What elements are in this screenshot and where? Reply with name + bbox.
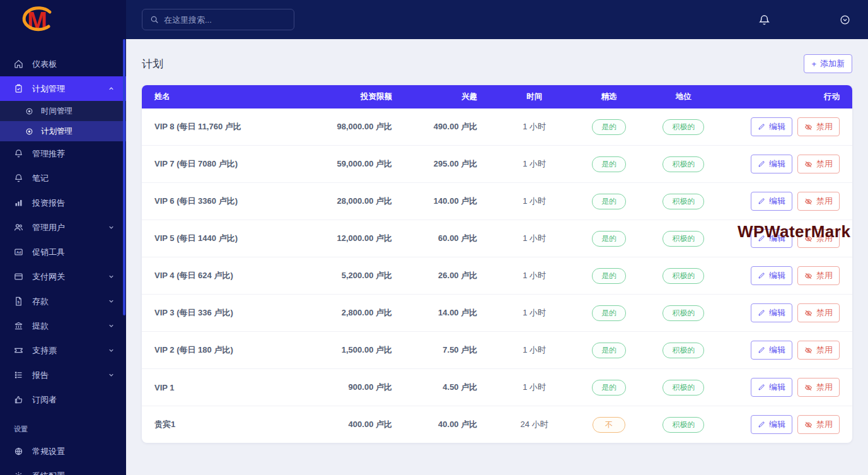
globe-gear-icon xyxy=(14,447,23,456)
sidebar-item-support-tickets[interactable]: 支持票 xyxy=(0,338,126,363)
featured-badge: 是的 xyxy=(592,305,626,321)
svg-text:Ad: Ad xyxy=(16,250,21,254)
watermark-text: WPWaterMark xyxy=(738,222,850,242)
table-header-row: 姓名 投资限额 兴趣 时间 精选 地位 行动 xyxy=(142,85,852,108)
sidebar-item-plan-management[interactable]: 计划管理 xyxy=(0,76,126,101)
app-logo[interactable]: M xyxy=(0,0,126,40)
eye-off-icon xyxy=(804,309,813,317)
bar-chart-icon xyxy=(14,198,23,208)
search-input[interactable] xyxy=(164,15,286,25)
investment-limit-value: 28,000.00 卢比 xyxy=(298,183,405,220)
bank-icon xyxy=(14,321,23,331)
sidebar-item-label: 管理推荐 xyxy=(32,148,65,160)
chevron-down-icon xyxy=(108,298,115,305)
table-body: VIP 8 (每日 11,760 卢比 98,000.00 卢比 490.00 … xyxy=(142,108,852,443)
time-value: 1 小时 xyxy=(490,257,579,295)
featured-badge: 是的 xyxy=(592,231,626,247)
investment-limit-value: 2,800.00 卢比 xyxy=(298,295,405,332)
chevron-down-icon xyxy=(108,224,115,231)
sidebar-item-label: 促销工具 xyxy=(32,247,65,258)
column-header-featured: 精选 xyxy=(579,85,639,108)
status-badge: 积极的 xyxy=(663,380,704,396)
chevron-down-icon xyxy=(108,322,115,329)
sidebar-item-payment-gateways[interactable]: 支付网关 xyxy=(0,264,126,289)
chevron-down-icon xyxy=(108,347,115,354)
user-menu-button[interactable] xyxy=(840,15,850,25)
table-row: VIP 7 (每日 7080 卢比) 59,000.00 卢比 295.00 卢… xyxy=(142,146,852,183)
disable-button[interactable]: 禁用 xyxy=(797,266,840,285)
investment-limit-value: 900.00 卢比 xyxy=(298,369,405,406)
file-dollar-icon: $ xyxy=(14,296,23,306)
pencil-icon xyxy=(758,421,765,428)
ad-icon: Ad xyxy=(14,247,23,257)
column-header-investment-limit: 投资限额 xyxy=(298,85,405,108)
edit-button[interactable]: 编辑 xyxy=(751,266,792,285)
sidebar-subitem-time-management[interactable]: 时间管理 xyxy=(0,101,126,121)
column-header-interest: 兴趣 xyxy=(405,85,490,108)
edit-button[interactable]: 编辑 xyxy=(751,192,792,211)
status-badge: 积极的 xyxy=(663,305,704,321)
column-header-status: 地位 xyxy=(639,85,728,108)
sidebar-item-manage-users[interactable]: 管理用户 xyxy=(0,215,126,240)
edit-button[interactable]: 编辑 xyxy=(751,303,792,322)
featured-badge: 是的 xyxy=(592,268,626,284)
pencil-icon xyxy=(758,197,765,205)
sidebar-subitem-plan-management[interactable]: 计划管理 xyxy=(0,121,126,141)
chevron-down-icon xyxy=(108,372,115,378)
chevron-down-icon xyxy=(108,273,115,280)
edit-button[interactable]: 编辑 xyxy=(751,155,792,173)
disable-button[interactable]: 禁用 xyxy=(797,192,840,211)
home-icon xyxy=(14,59,23,69)
sidebar-item-promo-tools[interactable]: Ad 促销工具 xyxy=(0,240,126,264)
time-value: 1 小时 xyxy=(490,369,579,406)
disable-button[interactable]: 禁用 xyxy=(797,303,840,322)
time-value: 1 小时 xyxy=(490,108,579,146)
table-row: VIP 6 (每日 3360 卢比) 28,000.00 卢比 140.00 卢… xyxy=(142,183,852,220)
sidebar-item-investment-reports[interactable]: 投资报告 xyxy=(0,191,126,215)
sidebar-item-deposits[interactable]: $ 存款 xyxy=(0,289,126,314)
edit-button[interactable]: 编辑 xyxy=(751,341,792,360)
users-icon xyxy=(14,223,23,232)
plan-name: VIP 1 xyxy=(142,369,298,406)
sidebar-item-label: 投资报告 xyxy=(32,197,65,209)
disable-button[interactable]: 禁用 xyxy=(797,155,840,173)
eye-off-icon xyxy=(804,160,813,168)
disable-button[interactable]: 禁用 xyxy=(797,117,840,136)
search-box[interactable] xyxy=(142,9,294,30)
sidebar-nav: 仪表板 计划管理 时间管理 计划管理 管理推荐 笔记 投资报告 xyxy=(0,40,126,475)
add-new-button[interactable]: + 添加新 xyxy=(804,54,852,73)
sidebar-item-system-configuration[interactable]: 系统配置 xyxy=(0,464,126,475)
featured-badge: 是的 xyxy=(592,194,626,209)
disable-button[interactable]: 禁用 xyxy=(797,378,840,397)
edit-button[interactable]: 编辑 xyxy=(751,117,792,136)
edit-button[interactable]: 编辑 xyxy=(751,415,792,434)
interest-value: 4.50 卢比 xyxy=(405,369,490,406)
table-row: VIP 1 900.00 卢比 4.50 卢比 1 小时 是的 积极的 编辑 禁… xyxy=(142,369,852,406)
sidebar-item-label: 管理用户 xyxy=(32,222,65,233)
interest-value: 40.00 卢比 xyxy=(405,406,490,443)
pencil-icon xyxy=(758,272,765,279)
edit-button[interactable]: 编辑 xyxy=(751,378,792,397)
sidebar-scrollbar[interactable] xyxy=(123,39,125,315)
notifications-button[interactable] xyxy=(758,14,770,26)
sidebar-item-dashboard[interactable]: 仪表板 xyxy=(0,52,126,76)
sidebar-item-reports[interactable]: 报告 xyxy=(0,363,126,387)
disable-button[interactable]: 禁用 xyxy=(797,341,840,360)
sidebar-item-general-settings[interactable]: 常规设置 xyxy=(0,439,126,464)
plan-name: VIP 3 (每日 336 卢比) xyxy=(142,295,298,332)
plans-table: 姓名 投资限额 兴趣 时间 精选 地位 行动 VIP 8 (每日 11,760 … xyxy=(142,85,852,443)
investment-limit-value: 12,000.00 卢比 xyxy=(298,220,405,257)
eye-off-icon xyxy=(804,272,813,280)
list-icon xyxy=(14,370,23,380)
pencil-icon xyxy=(758,309,765,317)
sidebar-item-manage-referrals[interactable]: 管理推荐 xyxy=(0,141,126,166)
eye-off-icon xyxy=(804,346,813,355)
sidebar-item-label: 订阅者 xyxy=(32,394,57,406)
investment-limit-value: 59,000.00 卢比 xyxy=(298,146,405,183)
sidebar-item-withdrawals[interactable]: 提款 xyxy=(0,314,126,338)
sidebar-item-label: 系统配置 xyxy=(32,471,65,475)
disable-button[interactable]: 禁用 xyxy=(797,415,840,434)
clipboard-icon xyxy=(14,84,23,93)
sidebar-item-subscribers[interactable]: 订阅者 xyxy=(0,387,126,412)
sidebar-item-notes[interactable]: 笔记 xyxy=(0,166,126,191)
